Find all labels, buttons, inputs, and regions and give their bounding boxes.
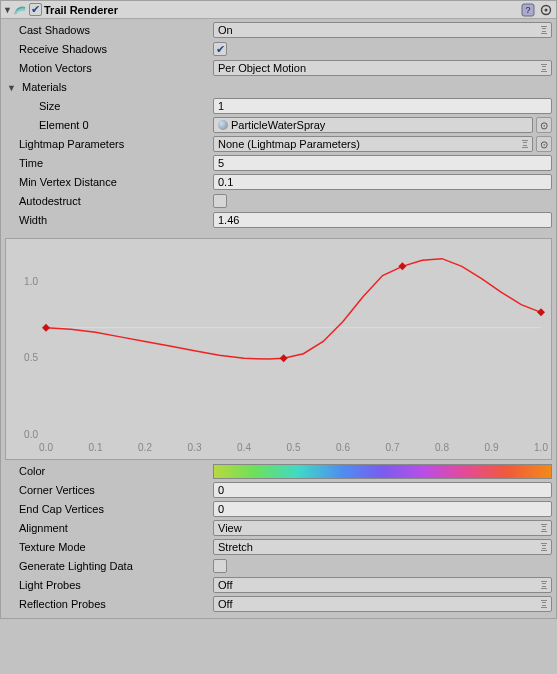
svg-text:0.4: 0.4 xyxy=(237,442,251,453)
generate-lighting-data-checkbox[interactable] xyxy=(213,559,227,573)
materials-foldout-row[interactable]: ▼ Materials xyxy=(5,81,213,93)
trail-renderer-icon xyxy=(13,3,27,17)
materials-label: Materials xyxy=(22,81,67,93)
svg-marker-36 xyxy=(537,308,545,316)
materials-element0-field[interactable]: ParticleWaterSpray xyxy=(213,117,533,133)
materials-size-label: Size xyxy=(5,100,213,112)
end-cap-vertices-input[interactable]: 0 xyxy=(213,501,552,517)
reflection-probes-label: Reflection Probes xyxy=(5,598,213,610)
materials-element0-label: Element 0 xyxy=(5,119,213,131)
min-vertex-distance-label: Min Vertex Distance xyxy=(5,176,213,188)
svg-text:0.7: 0.7 xyxy=(386,442,400,453)
color-label: Color xyxy=(5,465,213,477)
material-icon xyxy=(218,120,228,130)
alignment-dropdown[interactable]: View xyxy=(213,520,552,536)
svg-text:1.0: 1.0 xyxy=(24,276,38,287)
texture-mode-label: Texture Mode xyxy=(5,541,213,553)
reflection-probes-dropdown[interactable]: Off xyxy=(213,596,552,612)
svg-text:0.9: 0.9 xyxy=(485,442,499,453)
component-title: Trail Renderer xyxy=(44,4,118,16)
help-button[interactable]: ? xyxy=(520,2,536,18)
component-foldout[interactable]: ▼ xyxy=(3,5,13,15)
texture-mode-dropdown[interactable]: Stretch xyxy=(213,539,552,555)
time-label: Time xyxy=(5,157,213,169)
cast-shadows-dropdown[interactable]: On xyxy=(213,22,552,38)
component-header: ▼ ✔ Trail Renderer ? xyxy=(1,1,556,19)
light-probes-dropdown[interactable]: Off xyxy=(213,577,552,593)
alignment-label: Alignment xyxy=(5,522,213,534)
svg-text:0.0: 0.0 xyxy=(39,442,53,453)
color-gradient-field[interactable] xyxy=(213,464,552,479)
materials-size-input[interactable]: 1 xyxy=(213,98,552,114)
corner-vertices-input[interactable]: 0 xyxy=(213,482,552,498)
svg-text:0.5: 0.5 xyxy=(287,442,301,453)
width-label: Width xyxy=(5,214,213,226)
svg-text:0.6: 0.6 xyxy=(336,442,350,453)
time-input[interactable]: 5 xyxy=(213,155,552,171)
svg-point-3 xyxy=(545,8,548,11)
trail-renderer-component: ▼ ✔ Trail Renderer ? Cast Shadows On Rec… xyxy=(0,0,557,619)
lightmap-params-dropdown[interactable]: None (Lightmap Parameters) xyxy=(213,136,533,152)
materials-element0-picker[interactable]: ⊙ xyxy=(536,117,552,133)
generate-lighting-data-label: Generate Lighting Data xyxy=(5,560,213,572)
svg-text:0.8: 0.8 xyxy=(435,442,449,453)
autodestruct-checkbox[interactable] xyxy=(213,194,227,208)
materials-foldout[interactable]: ▼ xyxy=(7,83,19,93)
receive-shadows-label: Receive Shadows xyxy=(5,43,213,55)
width-curve-graph[interactable]: 0.00.10.20.30.40.50.60.70.80.91.00.00.51… xyxy=(6,239,555,457)
width-curve-editor[interactable]: 0.00.10.20.30.40.50.60.70.80.91.00.00.51… xyxy=(5,238,552,460)
min-vertex-distance-input[interactable]: 0.1 xyxy=(213,174,552,190)
svg-marker-33 xyxy=(42,324,50,332)
svg-text:1.0: 1.0 xyxy=(534,442,548,453)
cast-shadows-label: Cast Shadows xyxy=(5,24,213,36)
svg-marker-35 xyxy=(398,262,406,270)
svg-text:0.0: 0.0 xyxy=(24,429,38,440)
svg-text:0.3: 0.3 xyxy=(188,442,202,453)
receive-shadows-checkbox[interactable]: ✔ xyxy=(213,42,227,56)
svg-text:0.5: 0.5 xyxy=(24,352,38,363)
component-enabled-checkbox[interactable]: ✔ xyxy=(29,3,42,16)
lightmap-params-label: Lightmap Parameters xyxy=(5,138,213,150)
motion-vectors-label: Motion Vectors xyxy=(5,62,213,74)
width-input[interactable]: 1.46 xyxy=(213,212,552,228)
corner-vertices-label: Corner Vertices xyxy=(5,484,213,496)
motion-vectors-dropdown[interactable]: Per Object Motion xyxy=(213,60,552,76)
svg-text:?: ? xyxy=(525,5,530,15)
svg-text:0.1: 0.1 xyxy=(89,442,103,453)
light-probes-label: Light Probes xyxy=(5,579,213,591)
settings-gear-icon[interactable] xyxy=(538,2,554,18)
svg-text:0.2: 0.2 xyxy=(138,442,152,453)
svg-marker-34 xyxy=(280,354,288,362)
end-cap-vertices-label: End Cap Vertices xyxy=(5,503,213,515)
lightmap-params-picker[interactable]: ⊙ xyxy=(536,136,552,152)
autodestruct-label: Autodestruct xyxy=(5,195,213,207)
